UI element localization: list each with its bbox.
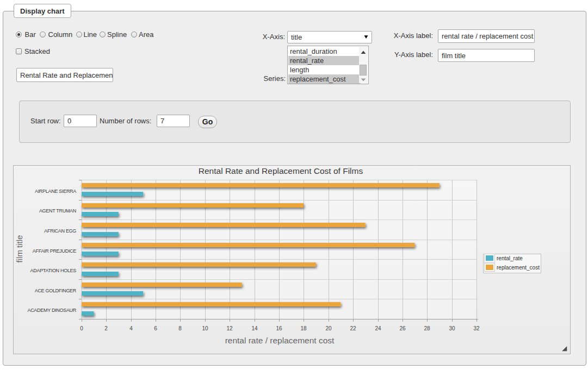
svg-text:film title: film title (15, 235, 24, 263)
svg-text:26: 26 (399, 325, 406, 331)
svg-text:ACADEMY DINOSAUR: ACADEMY DINOSAUR (27, 308, 76, 313)
svg-text:16: 16 (276, 325, 282, 331)
svg-text:2: 2 (104, 325, 108, 331)
svg-text:32: 32 (473, 325, 480, 331)
svg-text:10: 10 (202, 325, 208, 331)
svg-text:6: 6 (154, 325, 157, 331)
svg-text:ADAPTATION HOLES: ADAPTATION HOLES (30, 268, 77, 273)
svg-text:12: 12 (226, 325, 233, 331)
svg-text:replacement_cost: replacement_cost (497, 265, 540, 271)
svg-text:14: 14 (251, 325, 258, 331)
svg-text:ACE GOLDFINGER: ACE GOLDFINGER (35, 288, 77, 293)
svg-text:30: 30 (449, 325, 455, 331)
svg-text:22: 22 (350, 325, 356, 331)
svg-text:AFRICAN EGG: AFRICAN EGG (44, 228, 76, 234)
svg-text:AFFAIR PREJUDICE: AFFAIR PREJUDICE (33, 248, 77, 254)
svg-text:0: 0 (80, 325, 83, 331)
svg-text:rental_rate: rental_rate (497, 255, 523, 261)
svg-text:rental rate / replacement cost: rental rate / replacement cost (225, 336, 335, 345)
svg-text:18: 18 (300, 325, 307, 331)
svg-text:24: 24 (375, 325, 381, 331)
svg-text:28: 28 (424, 325, 430, 331)
svg-text:AIRPLANE SIERRA: AIRPLANE SIERRA (35, 189, 76, 194)
svg-text:AGENT TRUMAN: AGENT TRUMAN (39, 208, 76, 214)
svg-text:4: 4 (129, 325, 133, 331)
svg-text:Rental Rate and Replacement Co: Rental Rate and Replacement Cost of Film… (199, 166, 363, 175)
svg-text:20: 20 (325, 325, 332, 331)
svg-text:8: 8 (178, 325, 182, 331)
